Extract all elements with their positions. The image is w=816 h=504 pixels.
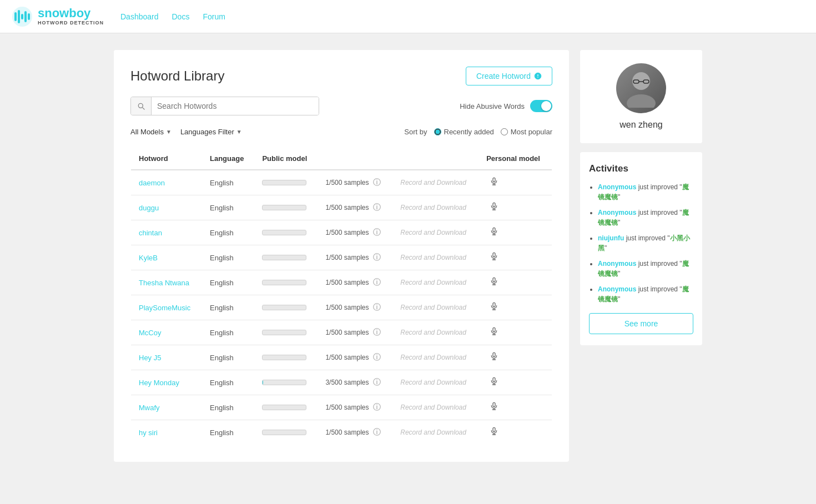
record-download-link[interactable]: Record and Download — [400, 254, 466, 261]
mic-cell — [478, 370, 552, 395]
help-icon[interactable]: ⓘ — [373, 278, 381, 286]
samples-cell: 1/500 samples ⓘ — [318, 420, 392, 445]
progress-bar — [262, 280, 306, 285]
mic-button[interactable] — [486, 326, 502, 339]
help-icon[interactable]: ⓘ — [373, 228, 381, 236]
record-download-link[interactable]: Record and Download — [400, 279, 466, 286]
mic-button[interactable] — [486, 201, 502, 214]
sample-count: 1/500 samples — [325, 229, 369, 236]
hotword-link[interactable]: KyleB — [139, 254, 158, 262]
help-icon[interactable]: ⓘ — [373, 402, 381, 411]
main-content: Hotword Library Create Hotword Hide Abus… — [114, 50, 569, 462]
svg-rect-31 — [493, 377, 495, 381]
hotword-link[interactable]: Thesha Ntwana — [139, 279, 189, 287]
sort-most-popular[interactable]: Most popular — [501, 128, 552, 136]
hotword-link[interactable]: daemon — [139, 179, 165, 187]
nav-docs[interactable]: Docs — [172, 12, 190, 21]
language-cell: English — [202, 395, 254, 420]
activity-user: niujunfu — [598, 234, 624, 242]
hotword-link[interactable]: Mwafy — [139, 404, 160, 412]
mic-button[interactable] — [486, 426, 502, 439]
activity-user: Anonymous — [598, 260, 636, 268]
samples-cell: 1/500 samples ⓘ — [318, 320, 392, 345]
mic-button[interactable] — [486, 301, 502, 314]
svg-rect-1 — [14, 12, 17, 21]
create-hotword-button[interactable]: Create Hotword — [466, 67, 552, 85]
list-item: niujunfu just improved "小黑小黑" — [598, 233, 693, 253]
progress-cell — [254, 420, 318, 445]
page-wrapper: Hotword Library Create Hotword Hide Abus… — [0, 33, 816, 478]
personal-model-actions: Record and Download — [400, 429, 471, 436]
progress-cell — [254, 220, 318, 245]
record-download-link[interactable]: Record and Download — [400, 354, 466, 361]
help-icon[interactable]: ⓘ — [373, 303, 381, 311]
hotword-link[interactable]: duggu — [139, 204, 159, 212]
record-download-link[interactable]: Record and Download — [400, 204, 466, 211]
sort-recently-added[interactable]: Recently added — [434, 128, 494, 136]
help-icon[interactable]: ⓘ — [373, 253, 381, 261]
mic-button[interactable] — [486, 251, 502, 264]
personal-model-cell: Record and Download — [392, 320, 478, 345]
svg-rect-5 — [28, 13, 30, 20]
search-icon — [131, 97, 152, 115]
hotword-link[interactable]: Hey Monday — [139, 379, 179, 387]
hide-abusive-toggle[interactable] — [530, 100, 552, 112]
nav-forum[interactable]: Forum — [203, 12, 225, 21]
help-icon[interactable]: ⓘ — [373, 178, 381, 187]
hotword-link[interactable]: PlaySomeMusic — [139, 304, 190, 312]
help-icon[interactable]: ⓘ — [373, 203, 381, 211]
record-download-link[interactable]: Record and Download — [400, 379, 466, 386]
help-icon[interactable]: ⓘ — [373, 427, 381, 436]
progress-bar — [262, 255, 306, 260]
sample-count: 1/500 samples — [325, 404, 369, 411]
mic-button[interactable] — [486, 376, 502, 389]
mic-cell — [478, 170, 552, 195]
progress-bar — [262, 230, 306, 235]
record-download-link[interactable]: Record and Download — [400, 404, 466, 411]
table-row: hy siri English 1/500 samples ⓘ Record a… — [131, 420, 552, 445]
mic-button[interactable] — [486, 401, 502, 414]
brand-logo[interactable]: snowboy HOTWORD DETECTION — [11, 6, 104, 28]
language-cell: English — [202, 170, 254, 195]
languages-filter[interactable]: Languages Filter ▼ — [180, 125, 242, 138]
sample-count: 1/500 samples — [325, 204, 369, 211]
all-models-filter[interactable]: All Models ▼ — [130, 125, 172, 138]
mic-button[interactable] — [486, 351, 502, 364]
hotword-link[interactable]: chintan — [139, 229, 162, 237]
language-cell: English — [202, 295, 254, 320]
search-input[interactable] — [152, 97, 319, 115]
personal-model-cell: Record and Download — [392, 270, 478, 295]
svg-point-40 — [632, 72, 650, 90]
samples-cell: 1/500 samples ⓘ — [318, 220, 392, 245]
see-more-button[interactable]: See more — [589, 313, 693, 334]
record-download-link[interactable]: Record and Download — [400, 179, 466, 187]
hotword-link[interactable]: McCoy — [139, 329, 161, 337]
samples-cell: 1/500 samples ⓘ — [318, 245, 392, 270]
mic-button[interactable] — [486, 226, 502, 239]
personal-model-cell: Record and Download — [392, 345, 478, 370]
record-download-link[interactable]: Record and Download — [400, 429, 466, 436]
hotword-link[interactable]: Hey J5 — [139, 354, 161, 362]
mic-button[interactable] — [486, 176, 502, 189]
brand-name: snowboy — [38, 7, 104, 20]
language-cell: English — [202, 420, 254, 445]
svg-rect-19 — [493, 278, 495, 281]
help-icon[interactable]: ⓘ — [373, 327, 381, 336]
nav-dashboard[interactable]: Dashboard — [120, 12, 159, 21]
record-download-link[interactable]: Record and Download — [400, 329, 466, 336]
help-icon[interactable]: ⓘ — [373, 377, 381, 386]
hotword-link[interactable]: hy siri — [139, 429, 158, 437]
sample-count: 1/500 samples — [325, 279, 369, 286]
record-download-link[interactable]: Record and Download — [400, 229, 466, 236]
record-download-link[interactable]: Record and Download — [400, 304, 466, 311]
table-row: Hey Monday English 3/500 samples ⓘ Recor… — [131, 370, 552, 395]
col-personal-model: Personal model — [478, 148, 552, 170]
progress-bar — [262, 380, 306, 385]
chevron-down-icon: ▼ — [166, 129, 172, 135]
personal-model-actions: Record and Download — [400, 279, 471, 286]
sample-count: 1/500 samples — [325, 254, 369, 261]
help-icon[interactable]: ⓘ — [373, 352, 381, 361]
sample-count: 1/500 samples — [325, 179, 369, 187]
mic-cell — [478, 320, 552, 345]
mic-button[interactable] — [486, 276, 502, 289]
